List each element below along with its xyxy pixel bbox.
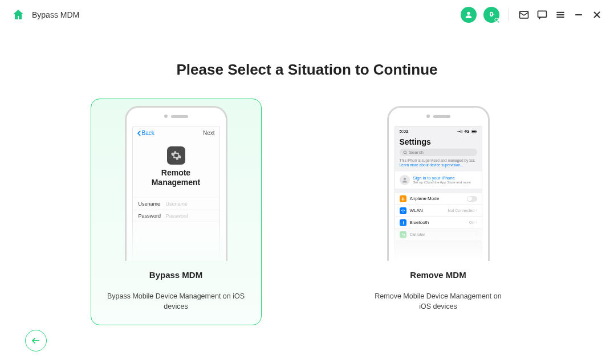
- airplane-toggle: [467, 196, 477, 202]
- phone-next-label: Next: [203, 130, 215, 136]
- cellular-icon: [400, 231, 406, 238]
- topbar-left: Bypass MDM: [11, 8, 79, 22]
- svg-rect-13: [476, 131, 477, 132]
- cellular-row: Cellular ›: [395, 229, 482, 241]
- remove-card-desc: Remove Mobile Device Management on iOS d…: [364, 291, 513, 313]
- svg-point-17: [401, 234, 402, 235]
- svg-line-2: [498, 21, 499, 22]
- option-bypass-mdm[interactable]: Back Next Remote Management Usename Usen…: [91, 99, 262, 325]
- option-remove-mdm[interactable]: 5:02 ••ıl 4G Settings Search This iPhon …: [353, 99, 524, 325]
- wifi-icon: [400, 207, 406, 214]
- mail-icon[interactable]: [518, 9, 530, 21]
- bypass-phone-screen: Back Next Remote Management Usename Usen…: [132, 126, 220, 261]
- avatar-icon: [400, 175, 410, 185]
- remote-management-title: Remote Management: [133, 168, 219, 187]
- username-row: Usename Usename: [133, 198, 219, 210]
- phone-speaker: [426, 114, 450, 118]
- main-heading: Please Select a Situation to Continue: [0, 61, 614, 79]
- user-icon[interactable]: [461, 7, 477, 23]
- phone-speaker: [164, 114, 188, 118]
- app-title: Bypass MDM: [32, 10, 79, 19]
- svg-point-16: [404, 178, 406, 180]
- svg-rect-4: [538, 11, 547, 17]
- svg-point-1: [495, 18, 498, 21]
- signin-row: Sign in to your iPhone Set up iCloud the…: [395, 171, 482, 189]
- bypass-card-title: Bypass MDM: [149, 270, 202, 280]
- back-button[interactable]: [25, 330, 47, 351]
- svg-point-0: [467, 12, 470, 15]
- settings-heading: Settings: [395, 136, 482, 149]
- airplane-row: Airplane Mode: [395, 193, 482, 205]
- phone-statusbar: 5:02 ••ıl 4G: [395, 126, 482, 136]
- remove-phone-screen: 5:02 ••ıl 4G Settings Search This iPhon …: [395, 126, 482, 261]
- bluetooth-icon: [400, 219, 406, 226]
- remove-card-title: Remove MDM: [410, 270, 466, 280]
- bluetooth-row: Bluetooth On›: [395, 217, 482, 229]
- gear-icon: [167, 146, 185, 165]
- bypass-card-desc: Bypass Mobile Device Management on iOS d…: [101, 291, 251, 313]
- options-row: Back Next Remote Management Usename Usen…: [0, 99, 614, 325]
- feedback-icon[interactable]: [536, 9, 548, 21]
- minimize-icon[interactable]: [573, 9, 584, 21]
- home-icon[interactable]: [11, 8, 25, 22]
- svg-rect-12: [471, 130, 475, 132]
- music-search-icon[interactable]: [483, 7, 499, 23]
- settings-search: Search: [400, 149, 477, 156]
- top-bar: Bypass MDM: [0, 0, 614, 30]
- svg-point-14: [404, 151, 406, 154]
- topbar-right: [461, 7, 603, 23]
- menu-icon[interactable]: [555, 9, 566, 21]
- close-icon[interactable]: [591, 9, 603, 21]
- topbar-divider: [509, 9, 509, 21]
- wlan-row: WLAN Not Connected›: [395, 205, 482, 217]
- bypass-phone-mockup: Back Next Remote Management Usename Usen…: [125, 106, 227, 261]
- svg-line-15: [406, 153, 407, 154]
- remove-phone-mockup: 5:02 ••ıl 4G Settings Search This iPhon …: [387, 106, 490, 261]
- password-row: Password Password: [133, 210, 219, 222]
- airplane-icon: [400, 195, 406, 202]
- supervision-info: This iPhon is supervised and managed by …: [395, 158, 482, 171]
- phone-back-label: Back: [137, 130, 154, 136]
